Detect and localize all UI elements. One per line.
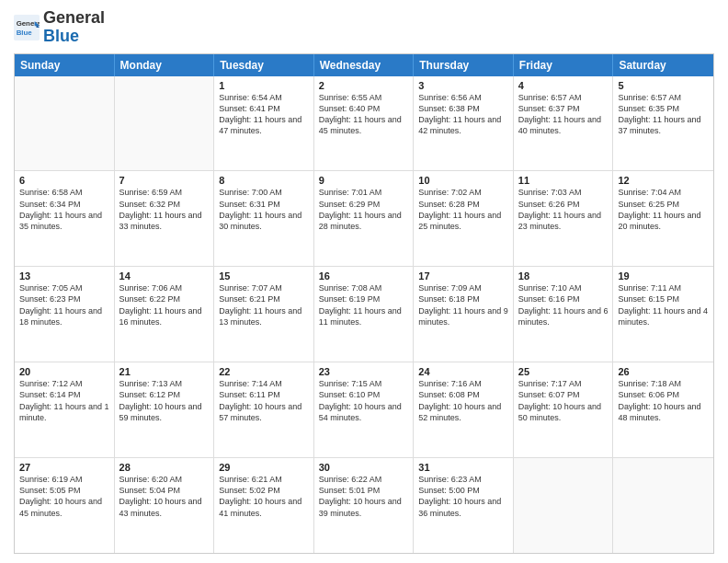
day-number: 5 (618, 80, 709, 91)
day-number: 27 (19, 462, 109, 473)
cal-week-4: 27Sunrise: 6:19 AM Sunset: 5:05 PM Dayli… (15, 457, 713, 553)
cal-cell: 26Sunrise: 7:18 AM Sunset: 6:06 PM Dayli… (613, 362, 713, 457)
cal-cell: 7Sunrise: 6:59 AM Sunset: 6:32 PM Daylig… (115, 171, 215, 266)
day-info: Sunrise: 6:21 AM Sunset: 5:02 PM Dayligh… (219, 474, 309, 519)
cal-header-monday: Monday (115, 54, 215, 76)
day-info: Sunrise: 7:06 AM Sunset: 6:22 PM Dayligh… (119, 282, 210, 327)
day-info: Sunrise: 7:15 AM Sunset: 6:10 PM Dayligh… (319, 378, 409, 423)
day-number: 21 (119, 366, 210, 377)
day-info: Sunrise: 7:07 AM Sunset: 6:21 PM Dayligh… (219, 282, 309, 327)
day-info: Sunrise: 7:18 AM Sunset: 6:06 PM Dayligh… (618, 378, 709, 423)
cal-cell (115, 76, 215, 171)
cal-cell: 11Sunrise: 7:03 AM Sunset: 6:26 PM Dayli… (514, 171, 614, 266)
cal-cell: 16Sunrise: 7:08 AM Sunset: 6:19 PM Dayli… (314, 267, 415, 362)
svg-text:Blue: Blue (17, 29, 33, 37)
day-info: Sunrise: 7:02 AM Sunset: 6:28 PM Dayligh… (418, 187, 508, 232)
day-number: 31 (418, 462, 508, 473)
day-info: Sunrise: 6:19 AM Sunset: 5:05 PM Dayligh… (19, 474, 109, 519)
day-info: Sunrise: 7:17 AM Sunset: 6:07 PM Dayligh… (518, 378, 609, 423)
day-number: 22 (219, 366, 309, 377)
cal-cell: 24Sunrise: 7:16 AM Sunset: 6:08 PM Dayli… (414, 362, 514, 457)
header: General Blue General Blue (14, 9, 714, 46)
day-info: Sunrise: 6:23 AM Sunset: 5:00 PM Dayligh… (418, 474, 508, 519)
cal-cell: 29Sunrise: 6:21 AM Sunset: 5:02 PM Dayli… (214, 458, 314, 553)
day-number: 9 (319, 175, 409, 186)
day-info: Sunrise: 7:03 AM Sunset: 6:26 PM Dayligh… (518, 187, 609, 232)
cal-cell: 30Sunrise: 6:22 AM Sunset: 5:01 PM Dayli… (314, 458, 415, 553)
logo-text: General Blue (43, 9, 105, 46)
day-number: 17 (418, 270, 508, 282)
day-number: 3 (418, 80, 508, 91)
day-number: 13 (19, 270, 109, 282)
day-info: Sunrise: 7:16 AM Sunset: 6:08 PM Dayligh… (418, 378, 508, 423)
cal-header-tuesday: Tuesday (214, 54, 314, 76)
day-info: Sunrise: 6:57 AM Sunset: 6:35 PM Dayligh… (618, 92, 709, 137)
cal-cell: 10Sunrise: 7:02 AM Sunset: 6:28 PM Dayli… (414, 171, 514, 266)
cal-cell: 14Sunrise: 7:06 AM Sunset: 6:22 PM Dayli… (115, 267, 215, 362)
cal-cell: 19Sunrise: 7:11 AM Sunset: 6:15 PM Dayli… (613, 267, 713, 362)
logo-icon: General Blue (14, 15, 40, 40)
day-number: 25 (518, 366, 609, 377)
day-number: 23 (319, 366, 409, 377)
day-number: 16 (319, 270, 409, 282)
cal-header-wednesday: Wednesday (314, 54, 415, 76)
day-info: Sunrise: 6:56 AM Sunset: 6:38 PM Dayligh… (418, 92, 508, 137)
day-info: Sunrise: 7:14 AM Sunset: 6:11 PM Dayligh… (219, 378, 309, 423)
day-info: Sunrise: 7:12 AM Sunset: 6:14 PM Dayligh… (19, 378, 109, 423)
cal-cell: 31Sunrise: 6:23 AM Sunset: 5:00 PM Dayli… (414, 458, 514, 553)
cal-header-friday: Friday (514, 54, 614, 76)
cal-cell: 23Sunrise: 7:15 AM Sunset: 6:10 PM Dayli… (314, 362, 415, 457)
cal-cell: 28Sunrise: 6:20 AM Sunset: 5:04 PM Dayli… (115, 458, 215, 553)
day-info: Sunrise: 7:10 AM Sunset: 6:16 PM Dayligh… (518, 282, 609, 327)
cal-cell: 3Sunrise: 6:56 AM Sunset: 6:38 PM Daylig… (414, 76, 514, 171)
day-number: 2 (319, 80, 409, 91)
day-number: 28 (119, 462, 210, 473)
cal-week-3: 20Sunrise: 7:12 AM Sunset: 6:14 PM Dayli… (15, 362, 713, 457)
cal-cell: 18Sunrise: 7:10 AM Sunset: 6:16 PM Dayli… (514, 267, 614, 362)
calendar-header: SundayMondayTuesdayWednesdayThursdayFrid… (15, 54, 713, 76)
day-number: 26 (618, 366, 709, 377)
day-number: 29 (219, 462, 309, 473)
day-number: 4 (518, 80, 609, 91)
cal-cell: 1Sunrise: 6:54 AM Sunset: 6:41 PM Daylig… (214, 76, 314, 171)
day-info: Sunrise: 7:11 AM Sunset: 6:15 PM Dayligh… (618, 282, 709, 327)
day-number: 19 (618, 270, 709, 282)
day-number: 1 (219, 80, 309, 91)
cal-week-1: 6Sunrise: 6:58 AM Sunset: 6:34 PM Daylig… (15, 170, 713, 266)
cal-header-sunday: Sunday (15, 54, 115, 76)
day-number: 10 (418, 175, 508, 186)
day-info: Sunrise: 6:59 AM Sunset: 6:32 PM Dayligh… (119, 187, 210, 232)
cal-cell: 27Sunrise: 6:19 AM Sunset: 5:05 PM Dayli… (15, 458, 115, 553)
day-info: Sunrise: 7:09 AM Sunset: 6:18 PM Dayligh… (418, 282, 508, 327)
cal-cell: 4Sunrise: 6:57 AM Sunset: 6:37 PM Daylig… (514, 76, 614, 171)
page: General Blue General Blue SundayMondayTu… (0, 0, 728, 563)
day-info: Sunrise: 6:57 AM Sunset: 6:37 PM Dayligh… (518, 92, 609, 137)
cal-cell: 8Sunrise: 7:00 AM Sunset: 6:31 PM Daylig… (214, 171, 314, 266)
cal-cell (613, 458, 713, 553)
cal-cell: 20Sunrise: 7:12 AM Sunset: 6:14 PM Dayli… (15, 362, 115, 457)
cal-cell: 22Sunrise: 7:14 AM Sunset: 6:11 PM Dayli… (214, 362, 314, 457)
day-number: 12 (618, 175, 709, 186)
cal-cell (15, 76, 115, 171)
cal-cell: 17Sunrise: 7:09 AM Sunset: 6:18 PM Dayli… (414, 267, 514, 362)
cal-cell: 5Sunrise: 6:57 AM Sunset: 6:35 PM Daylig… (613, 76, 713, 171)
day-number: 14 (119, 270, 210, 282)
day-info: Sunrise: 7:04 AM Sunset: 6:25 PM Dayligh… (618, 187, 709, 232)
cal-cell: 6Sunrise: 6:58 AM Sunset: 6:34 PM Daylig… (15, 171, 115, 266)
day-info: Sunrise: 6:58 AM Sunset: 6:34 PM Dayligh… (19, 187, 109, 232)
cal-cell: 25Sunrise: 7:17 AM Sunset: 6:07 PM Dayli… (514, 362, 614, 457)
cal-cell: 12Sunrise: 7:04 AM Sunset: 6:25 PM Dayli… (613, 171, 713, 266)
day-number: 18 (518, 270, 609, 282)
cal-cell: 13Sunrise: 7:05 AM Sunset: 6:23 PM Dayli… (15, 267, 115, 362)
day-info: Sunrise: 7:00 AM Sunset: 6:31 PM Dayligh… (219, 187, 309, 232)
day-number: 6 (19, 175, 109, 186)
day-number: 24 (418, 366, 508, 377)
day-info: Sunrise: 7:05 AM Sunset: 6:23 PM Dayligh… (19, 282, 109, 327)
day-number: 7 (119, 175, 210, 186)
day-info: Sunrise: 6:20 AM Sunset: 5:04 PM Dayligh… (119, 474, 210, 519)
cal-week-0: 1Sunrise: 6:54 AM Sunset: 6:41 PM Daylig… (15, 76, 713, 171)
cal-cell: 21Sunrise: 7:13 AM Sunset: 6:12 PM Dayli… (115, 362, 215, 457)
day-number: 11 (518, 175, 609, 186)
day-number: 20 (19, 366, 109, 377)
day-info: Sunrise: 7:08 AM Sunset: 6:19 PM Dayligh… (319, 282, 409, 327)
